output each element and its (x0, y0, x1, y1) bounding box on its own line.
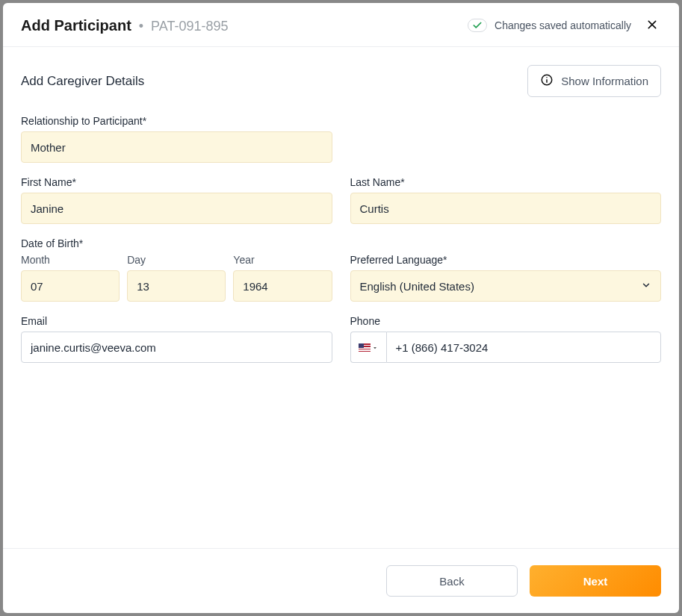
relationship-input[interactable]: Mother (21, 131, 332, 163)
back-label: Back (439, 575, 464, 588)
field-email: Email janine.curtis@veeva.com (21, 315, 332, 363)
next-button[interactable]: Next (530, 565, 661, 597)
phone-input[interactable]: +1 (866) 417-3024 (386, 332, 662, 363)
dob-day-label: Day (127, 254, 226, 266)
dob-month: Month 07 (21, 254, 120, 302)
email-label: Email (21, 315, 332, 327)
show-information-label: Show Information (561, 75, 648, 87)
checkmark-icon (468, 19, 487, 32)
dob-day-input[interactable]: 13 (127, 270, 226, 302)
header-actions: Changes saved automatically (468, 16, 661, 34)
dob-month-input[interactable]: 07 (21, 270, 120, 302)
close-button[interactable] (643, 16, 661, 34)
section-title: Add Caregiver Details (21, 74, 144, 89)
back-button[interactable]: Back (386, 565, 518, 597)
field-relationship: Relationship to Participant* Mother (21, 115, 332, 163)
dob-year: Year 1964 (233, 254, 332, 302)
dob-month-label: Month (21, 254, 120, 266)
field-last-name: Last Name* Curtis (350, 176, 662, 224)
title-separator: • (139, 19, 143, 34)
dob-group: Month 07 Day 13 Year 1964 (21, 254, 332, 302)
autosave-status: Changes saved automatically (468, 19, 631, 32)
first-name-label: First Name* (21, 176, 332, 188)
field-language: Preferred Language* English (United Stat… (350, 237, 662, 302)
field-phone: Phone +1 (866) 417-3024 (350, 315, 662, 363)
last-name-label: Last Name* (350, 176, 662, 188)
header-title-group: Add Participant • PAT-091-895 (21, 17, 229, 34)
relationship-label: Relationship to Participant* (21, 115, 332, 127)
autosave-text: Changes saved automatically (495, 19, 631, 31)
last-name-input[interactable]: Curtis (350, 193, 662, 224)
participant-id: PAT-091-895 (151, 19, 228, 34)
chevron-down-icon (641, 280, 651, 293)
last-name-value: Curtis (360, 202, 389, 215)
email-value: janine.curtis@veeva.com (31, 341, 156, 354)
language-select[interactable]: English (United States) (350, 270, 662, 302)
form-grid: Relationship to Participant* Mother Firs… (21, 115, 661, 363)
first-name-value: Janine (31, 202, 63, 215)
field-first-name: First Name* Janine (21, 176, 332, 224)
phone-country-select[interactable] (350, 332, 386, 363)
language-value: English (United States) (360, 280, 474, 293)
section-header: Add Caregiver Details Show Information (21, 65, 661, 97)
phone-group: +1 (866) 417-3024 (350, 332, 662, 363)
modal-footer: Back Next (3, 548, 679, 613)
dob-day-value: 13 (137, 280, 149, 293)
field-dob: Date of Birth* Month 07 Day 13 (21, 237, 332, 302)
dob-year-input[interactable]: 1964 (233, 270, 332, 302)
dob-day: Day 13 (127, 254, 226, 302)
phone-value: +1 (866) 417-3024 (396, 341, 489, 354)
svg-point-4 (547, 77, 548, 78)
caret-down-icon (372, 340, 378, 354)
email-input[interactable]: janine.curtis@veeva.com (21, 332, 332, 363)
dob-year-value: 1964 (243, 280, 267, 293)
modal-title: Add Participant (21, 17, 131, 34)
dob-label: Date of Birth* (21, 237, 332, 249)
next-label: Next (583, 575, 608, 588)
first-name-input[interactable]: Janine (21, 193, 332, 224)
show-information-button[interactable]: Show Information (527, 65, 661, 97)
flag-us-icon (359, 343, 371, 352)
close-icon (646, 19, 658, 33)
relationship-value: Mother (31, 141, 66, 154)
info-icon (540, 73, 554, 89)
modal-body: Add Caregiver Details Show Information R… (3, 47, 679, 548)
language-label: Preferred Language* (350, 254, 662, 266)
svg-marker-5 (373, 347, 376, 349)
phone-label: Phone (350, 315, 662, 327)
dob-year-label: Year (233, 254, 332, 266)
dob-month-value: 07 (31, 280, 43, 293)
modal-header: Add Participant • PAT-091-895 Changes sa… (3, 3, 679, 47)
add-participant-modal: Add Participant • PAT-091-895 Changes sa… (3, 3, 679, 613)
